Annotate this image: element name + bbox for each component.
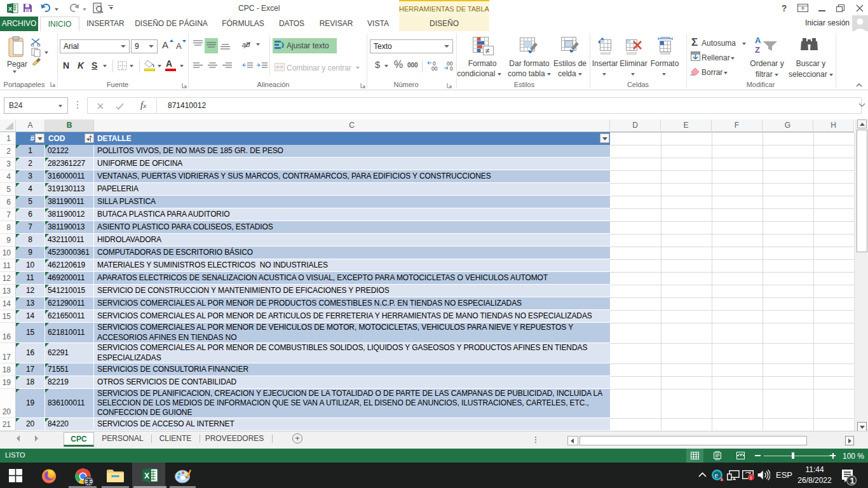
svg-text:!: ! xyxy=(721,478,722,482)
svg-text:e: e xyxy=(715,471,718,480)
svg-text:!: ! xyxy=(750,475,752,481)
svg-text:X: X xyxy=(144,471,149,480)
svg-text:0: 0 xyxy=(450,65,453,71)
svg-text:≠: ≠ xyxy=(485,46,490,55)
svg-text:X: X xyxy=(8,6,12,12)
svg-text:00: 00 xyxy=(431,65,438,71)
svg-text:1: 1 xyxy=(850,476,855,485)
svg-text:ab: ab xyxy=(242,41,250,48)
